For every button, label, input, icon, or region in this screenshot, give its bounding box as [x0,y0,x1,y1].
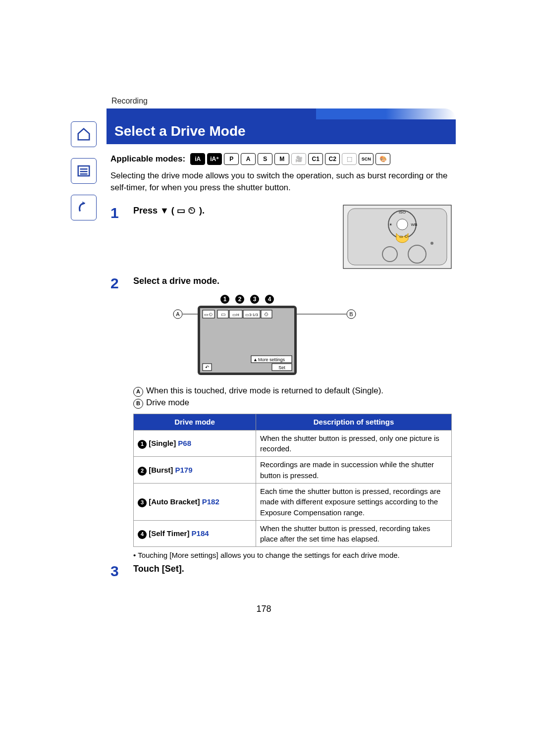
svg-text:4: 4 [268,296,271,303]
svg-text:2: 2 [238,296,242,303]
svg-text:B: B [349,311,353,317]
step-1-number: 1 [110,205,124,272]
ref-link[interactable]: P182 [202,497,219,506]
page-number: 178 [72,604,456,614]
drive-mode-screen-diagram: 1 2 3 4 A B [168,293,452,381]
svg-text:▭: ▭ [399,234,403,239]
svg-text:☀: ☀ [389,222,392,227]
step-1-title: Press ▼ ( ▭ ⏲ ). [133,205,334,217]
intro-text: Selecting the drive mode allows you to s… [110,170,452,194]
svg-text:A: A [176,311,180,317]
svg-text:1: 1 [223,296,227,303]
svg-point-15 [430,242,433,245]
breadcrumb: Recording [111,97,456,106]
mode-panorama-icon: ⬚ [342,153,357,165]
timer-icon: ⏲ [188,206,197,216]
legend-B: BDrive mode [133,397,452,409]
table-row: 2 [Burst] P179 Recordings are made in su… [134,457,452,484]
drive-mode-table: Drive mode Description of settings 1 [Si… [133,414,452,547]
step-2: 2 Select a drive mode. 1 2 3 4 [110,275,452,561]
step-3-title: Touch [Set]. [133,563,452,576]
mode-A-icon: A [241,153,256,165]
mode-iA-icon: iA [190,153,205,165]
ref-link[interactable]: P68 [178,439,191,447]
svg-text:Set: Set [278,365,285,370]
applicable-modes-row: Applicable modes: iA iA⁺ P A S M 🎥 C1 C2… [110,153,452,165]
mode-S-icon: S [258,153,272,165]
svg-text:▭⏲: ▭⏲ [204,312,213,317]
svg-text:▭3·1/3: ▭3·1/3 [245,313,258,317]
mode-palette-icon: 🎨 [375,153,390,165]
svg-text:⏲: ⏲ [404,234,408,239]
svg-text:3: 3 [253,296,257,303]
home-icon[interactable] [71,121,97,147]
step-2-title: Select a drive mode. [133,275,452,288]
svg-text:▭H: ▭H [232,313,239,317]
table-row: 3 [Auto Bracket] P182 Each time the shut… [134,483,452,520]
ref-link[interactable]: P184 [192,529,209,538]
table-row: 4 [Self Timer] P184 When the shutter but… [134,520,452,547]
page-title: Select a Drive Mode [107,119,456,144]
step-2-number: 2 [110,275,124,561]
svg-text:↶: ↶ [205,365,209,370]
toc-icon[interactable] [71,158,97,184]
step-1: 1 Press ▼ ( ▭ ⏲ ). ISO [110,205,452,272]
svg-point-7 [397,219,408,230]
back-icon[interactable] [71,195,97,220]
table-head-desc: Description of settings [256,414,452,430]
burst-icon: ▭ [177,206,185,216]
footnote: • Touching [More settings] allows you to… [133,550,452,560]
mode-iAplus-icon: iA⁺ [207,153,222,165]
mode-video-icon: 🎥 [291,153,306,165]
table-head-mode: Drive mode [134,414,256,430]
mode-M-icon: M [274,153,289,165]
svg-text:▲: ▲ [253,357,258,362]
side-nav [71,121,98,220]
applicable-modes-label: Applicable modes: [110,153,185,165]
page-content: Applicable modes: iA iA⁺ P A S M 🎥 C1 C2… [107,153,456,579]
legend-A: AWhen this is touched, drive mode is ret… [133,385,452,397]
svg-text:▭: ▭ [221,312,225,317]
svg-text:⏲: ⏲ [264,312,269,317]
step-3: 3 Touch [Set]. [110,563,452,579]
table-row: 1 [Single] P68 When the shutter button i… [134,430,452,457]
ref-link[interactable]: P179 [175,466,193,474]
mode-SCN-icon: SCN [359,153,374,165]
manual-page: Recording Select a Drive Mode Applicable… [0,0,535,756]
header-decoration [107,108,456,119]
mode-C1-icon: C1 [308,153,323,165]
svg-text:WB: WB [411,222,418,227]
camera-control-diagram: ISO ☀ WB ▭ ⏲ [343,205,452,272]
svg-text:ISO: ISO [399,210,406,215]
more-settings-label: More settings [258,357,285,362]
mode-C2-icon: C2 [325,153,340,165]
step-3-number: 3 [110,563,124,579]
mode-P-icon: P [224,153,239,165]
